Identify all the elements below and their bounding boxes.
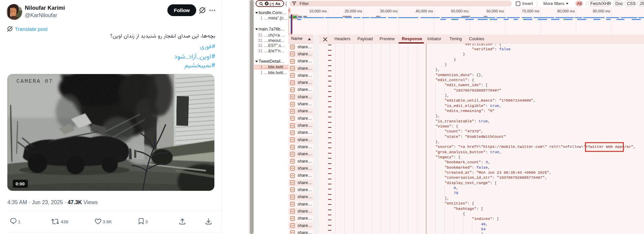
svg-text:JS: JS xyxy=(640,1,644,6)
svg-text:0:00: 0:00 xyxy=(16,181,25,186)
svg-text:All: All xyxy=(577,1,582,6)
svg-text:(: ( xyxy=(285,1,287,6)
svg-text:Invert: Invert xyxy=(522,1,533,6)
svg-text:More filters: More filters xyxy=(543,1,564,6)
svg-text:CAMERA 07: CAMERA 07 xyxy=(16,78,53,84)
svg-text:Filter: Filter xyxy=(300,1,309,6)
svg-text:Aa: Aa xyxy=(275,2,280,6)
svg-text:Doc: Doc xyxy=(615,1,623,6)
svg-text:Fetch/XHR: Fetch/XHR xyxy=(590,1,611,6)
svg-text:CSS: CSS xyxy=(627,1,636,6)
svg-text:(.*): (.*) xyxy=(270,2,274,6)
